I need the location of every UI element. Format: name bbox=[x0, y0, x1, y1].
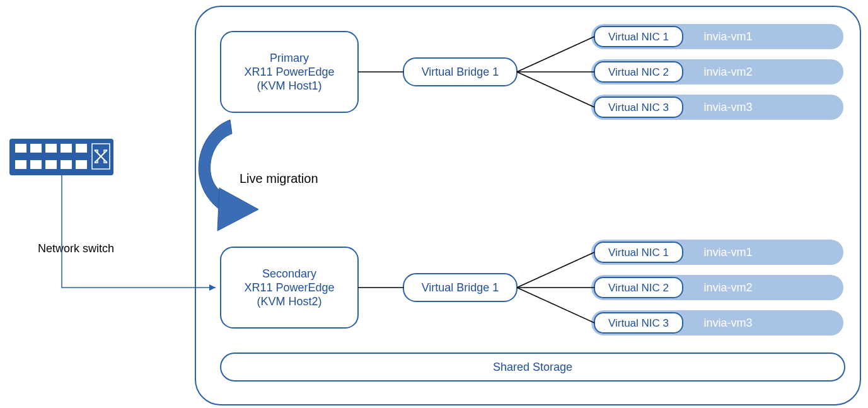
shared-storage: Shared Storage bbox=[221, 353, 845, 381]
connector-line bbox=[517, 72, 594, 107]
nic-text: Virtual NIC 3 bbox=[608, 102, 669, 114]
vm-label: invia-vm1 bbox=[703, 30, 752, 43]
svg-rect-21 bbox=[61, 144, 72, 153]
bridge-text: Virtual Bridge 1 bbox=[422, 281, 499, 294]
nic-label: Virtual NIC 1 bbox=[594, 242, 683, 262]
migration-label: Live migration bbox=[240, 172, 318, 185]
nic-text: Virtual NIC 2 bbox=[608, 66, 669, 78]
nic-text: Virtual NIC 2 bbox=[608, 282, 669, 294]
network-switch-icon bbox=[9, 139, 113, 175]
svg-rect-20 bbox=[45, 144, 57, 153]
connector-line bbox=[517, 37, 594, 72]
host-title-line2: XR11 PowerEdge bbox=[244, 66, 334, 78]
connector-line bbox=[517, 252, 594, 288]
connector-line bbox=[517, 288, 594, 323]
nic-label: Virtual NIC 1 bbox=[594, 26, 683, 47]
nic-label: Virtual NIC 3 bbox=[594, 313, 683, 333]
host-title-line1: Secondary bbox=[262, 267, 316, 280]
vm-label: invia-vm2 bbox=[703, 66, 752, 78]
svg-rect-24 bbox=[30, 160, 42, 169]
nic-label: Virtual NIC 2 bbox=[594, 277, 683, 298]
vm-label: invia-vm3 bbox=[703, 101, 752, 114]
switch-to-host-arrow bbox=[62, 175, 216, 291]
nic-label: Virtual NIC 3 bbox=[594, 97, 683, 117]
nic-label: Virtual NIC 2 bbox=[594, 62, 683, 82]
host-title-line3: (KVM Host2) bbox=[257, 295, 321, 308]
host-title-line1: Primary bbox=[270, 52, 309, 64]
virtual-bridge: Virtual Bridge 1 bbox=[403, 274, 517, 301]
nic-text: Virtual NIC 3 bbox=[608, 317, 669, 329]
storage-text: Shared Storage bbox=[493, 361, 572, 373]
nic-text: Virtual NIC 1 bbox=[608, 31, 669, 43]
vm-label: invia-vm3 bbox=[703, 317, 752, 329]
host-title-line3: (KVM Host1) bbox=[257, 79, 321, 92]
svg-rect-22 bbox=[76, 144, 87, 153]
svg-rect-27 bbox=[76, 160, 87, 169]
svg-rect-18 bbox=[15, 144, 26, 153]
vm-label: invia-vm2 bbox=[703, 281, 752, 294]
nic-text: Virtual NIC 1 bbox=[608, 247, 669, 259]
bridge-text: Virtual Bridge 1 bbox=[422, 66, 499, 78]
svg-rect-19 bbox=[30, 144, 42, 153]
vm-label: invia-vm1 bbox=[703, 246, 752, 259]
virtual-bridge: Virtual Bridge 1 bbox=[403, 58, 517, 86]
svg-rect-26 bbox=[61, 160, 72, 169]
host-title-line2: XR11 PowerEdge bbox=[244, 281, 334, 294]
host-box-secondary: Secondary XR11 PowerEdge (KVM Host2) bbox=[221, 247, 358, 328]
svg-rect-25 bbox=[45, 160, 57, 169]
switch-label: Network switch bbox=[38, 242, 114, 255]
host-box-primary: Primary XR11 PowerEdge (KVM Host1) bbox=[221, 32, 358, 112]
svg-rect-23 bbox=[15, 160, 26, 169]
